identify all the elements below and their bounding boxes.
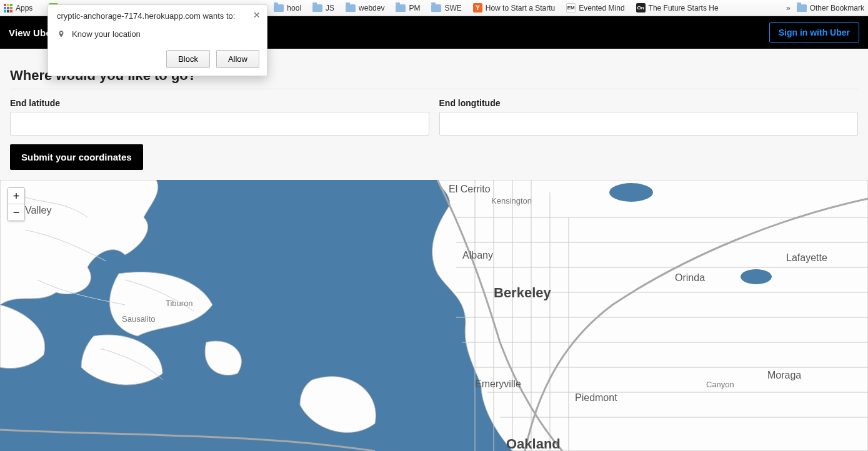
bookmark-folder-swe[interactable]: SWE [431,4,461,12]
location-permission-popup: cryptic-anchorage-7174.herokuapp.com wan… [47,4,267,76]
submit-button[interactable]: Submit your coordinates [10,144,143,170]
end-lng-label: End longtitude [439,98,859,108]
sign-in-button[interactable]: Sign in with Uber [769,22,859,42]
map-label-valley: Valley [25,205,51,216]
map-label-lafayette: Lafayette [786,252,827,264]
map-label-moraga: Moraga [767,370,801,381]
on-icon: On [636,3,646,12]
allow-button[interactable]: Allow [216,50,259,68]
close-icon[interactable]: ✕ [253,10,261,20]
map-label-emeryville: Emeryville [475,379,521,390]
bookmark-label: The Future Starts He [649,4,719,12]
location-pin-icon [57,30,66,39]
other-bookmarks-label: Other Bookmark [810,4,864,12]
map-label-kensington: Kensington [491,196,532,206]
bookmark-label: How to Start a Startu [486,4,555,12]
zoom-out-button[interactable]: − [8,204,24,221]
zoom-in-button[interactable]: + [8,188,24,204]
bookmark-folder-hool[interactable]: hool [274,4,301,12]
folder-icon [274,4,284,12]
end-lat-field: End latitude [10,98,429,136]
folder-icon [346,4,356,12]
bookmark-label: Evented Mind [579,4,624,12]
bookmark-folder-webdev[interactable]: webdev [346,4,384,12]
bookmark-label: hool [287,4,301,12]
zoom-control: + − [7,187,25,221]
yc-icon: Y [473,3,482,12]
folder-icon [431,4,441,12]
apps-launcher[interactable]: Apps [4,4,32,12]
map-label-berkeley: Berkeley [494,285,551,301]
block-button[interactable]: Block [166,50,210,68]
bookmark-future-starts[interactable]: OnThe Future Starts He [636,3,719,12]
end-lat-input[interactable] [10,112,429,136]
em-icon: EM [566,3,576,12]
map[interactable]: + − Valley Tiburon Sausalito El Cerrito … [0,180,868,451]
bookmarks-overflow[interactable]: » [786,4,791,12]
svg-point-2 [741,269,772,284]
end-lat-label: End latitude [10,98,429,108]
folder-icon [396,4,406,12]
bookmark-evented-mind[interactable]: EMEvented Mind [566,3,624,12]
map-label-orinda: Orinda [675,272,705,284]
other-bookmarks[interactable]: Other Bookmark [797,4,864,12]
bookmark-folder-pm[interactable]: PM [396,4,420,12]
folder-icon [797,4,807,12]
bookmark-folder-js[interactable]: JS [312,4,334,12]
map-label-canyon: Canyon [706,380,734,389]
permission-request-text: Know your location [72,29,141,39]
bookmark-label: PM [409,4,420,12]
apps-icon [4,4,12,12]
map-label-tiburon: Tiburon [166,299,193,308]
bookmark-label: webdev [359,4,384,12]
map-label-piedmont: Piedmont [575,392,617,404]
map-label-albany: Albany [462,250,493,261]
svg-point-1 [609,183,653,202]
bookmark-label: JS [326,4,334,12]
permission-origin-text: cryptic-anchorage-7174.herokuapp.com wan… [57,11,235,21]
map-label-sausalito: Sausalito [122,314,155,324]
map-label-el-cerrito: El Cerrito [449,184,491,195]
bookmark-label: SWE [444,4,461,12]
apps-label: Apps [16,4,32,12]
folder-icon [312,4,322,12]
end-lng-input[interactable] [439,112,859,136]
bookmark-yc[interactable]: YHow to Start a Startu [473,3,555,12]
end-lng-field: End longtitude [439,98,859,136]
map-label-oakland: Oakland [506,436,561,451]
